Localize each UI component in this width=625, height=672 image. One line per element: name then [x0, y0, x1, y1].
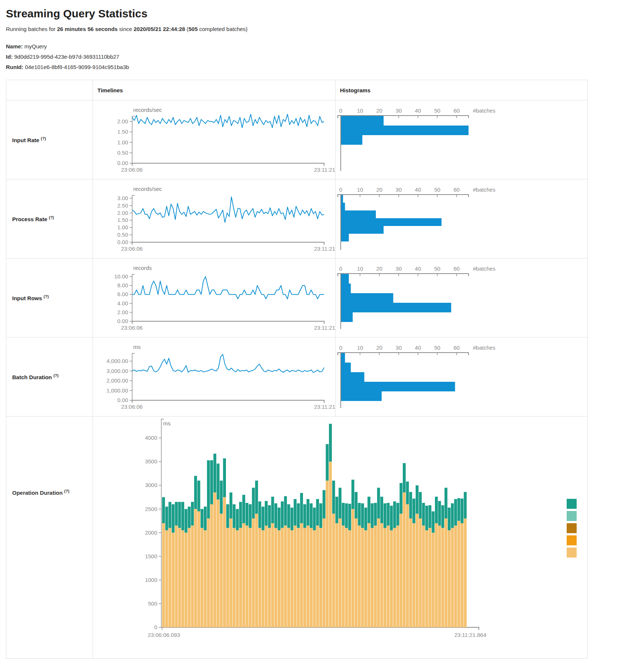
- row-label-process-rate: Process Rate (?): [6, 179, 93, 258]
- svg-text:8.00: 8.00: [117, 282, 128, 288]
- batch-duration-row: Batch Duration (?) ms0.001,000.002,000.0…: [6, 337, 588, 416]
- svg-text:#batches: #batches: [473, 265, 495, 272]
- svg-text:3500: 3500: [145, 458, 157, 464]
- start-timestamp: 2020/05/21 22:44:28: [134, 26, 185, 32]
- svg-text:23:06:06: 23:06:06: [121, 246, 142, 252]
- completed-batches-count: 505: [189, 26, 198, 32]
- svg-text:10.00: 10.00: [114, 273, 128, 280]
- query-metadata: Name: myQuery Id: 9d0dd219-995d-423e-b97…: [6, 43, 619, 70]
- process-rate-timeline-cell: records/sec0.000.501.001.502.002.503.002…: [93, 179, 336, 258]
- svg-text:records/sec: records/sec: [133, 186, 162, 192]
- operation-duration-chart-cell: ms0500100015002000250030003500400023:06:…: [93, 416, 588, 659]
- runid-label: RunId:: [6, 64, 23, 70]
- input-rate-timeline-cell: records/sec0.000.501.001.502.0023:06:062…: [93, 100, 336, 179]
- svg-text:50: 50: [434, 265, 440, 272]
- svg-text:40: 40: [415, 344, 421, 351]
- svg-text:40: 40: [415, 107, 421, 114]
- svg-text:0: 0: [154, 624, 157, 630]
- svg-text:23:06:06: 23:06:06: [121, 167, 142, 173]
- header-timelines: Timelines: [93, 80, 336, 100]
- svg-text:2000: 2000: [145, 529, 157, 536]
- operation-duration-help-icon[interactable]: (?): [64, 489, 69, 493]
- svg-text:#batches: #batches: [473, 107, 495, 114]
- svg-text:records/sec: records/sec: [133, 107, 162, 113]
- batch-duration-timeline-chart: ms0.001,000.002,000.003,000.004,000.0023…: [93, 340, 335, 414]
- svg-text:4,000.00: 4,000.00: [107, 358, 128, 364]
- svg-text:ms: ms: [163, 420, 171, 426]
- query-runid-line: RunId: 04e101e6-8bf8-4165-9099-9104c951b…: [6, 64, 619, 70]
- page-title: Streaming Query Statistics: [6, 7, 619, 20]
- svg-text:60: 60: [453, 186, 460, 193]
- process-rate-timeline-chart: records/sec0.000.501.001.502.002.503.002…: [93, 182, 335, 256]
- svg-text:10: 10: [357, 107, 363, 114]
- svg-text:2500: 2500: [145, 506, 157, 512]
- svg-text:6.00: 6.00: [117, 291, 128, 297]
- streaming-query-statistics-page: Streaming Query Statistics Running batch…: [0, 7, 625, 659]
- svg-text:30: 30: [396, 265, 402, 272]
- since-text: since: [118, 26, 134, 32]
- input-rows-help-icon[interactable]: (?): [44, 294, 49, 299]
- name-value: myQuery: [24, 43, 47, 49]
- svg-text:40: 40: [415, 186, 421, 193]
- id-label: Id:: [6, 54, 13, 60]
- batch-duration-histogram-chart: 0102030405060#batches: [336, 342, 587, 412]
- svg-text:60: 60: [453, 107, 460, 114]
- svg-text:23:11:21: 23:11:21: [314, 167, 335, 173]
- svg-text:1.00: 1.00: [117, 139, 128, 145]
- input-rate-histogram-cell: 0102030405060#batches: [336, 100, 588, 179]
- svg-text:2.50: 2.50: [117, 202, 128, 208]
- running-prefix: Running batches for: [6, 26, 57, 32]
- svg-text:#batches: #batches: [473, 186, 495, 193]
- input-rows-histogram-cell: 0102030405060#batches: [336, 258, 588, 337]
- row-label-operation-duration: Operation Duration (?): [6, 416, 93, 659]
- svg-text:0.50: 0.50: [117, 149, 128, 155]
- svg-text:#batches: #batches: [473, 344, 495, 351]
- operation-duration-row: Operation Duration (?) ms050010001500200…: [6, 416, 588, 659]
- svg-text:records: records: [133, 265, 152, 271]
- svg-text:3000: 3000: [145, 482, 157, 488]
- svg-text:3.00: 3.00: [117, 195, 128, 201]
- name-label: Name:: [6, 43, 23, 49]
- svg-text:23:06:06.093: 23:06:06.093: [148, 632, 180, 638]
- input-rate-help-icon[interactable]: (?): [41, 136, 46, 141]
- input-rows-label: Input Rows: [12, 295, 42, 301]
- svg-text:0.50: 0.50: [117, 232, 128, 238]
- row-label-batch-duration: Batch Duration (?): [6, 337, 93, 416]
- svg-text:23:06:06: 23:06:06: [121, 325, 142, 331]
- svg-text:1.50: 1.50: [117, 128, 128, 135]
- operation-duration-stacked-chart: ms0500100015002000250030003500400023:06:…: [93, 416, 587, 658]
- stats-table: Timelines Histograms Input Rate (?) reco…: [6, 80, 588, 659]
- input-rate-histogram-chart: 0102030405060#batches: [336, 104, 587, 175]
- svg-text:2.00: 2.00: [117, 209, 128, 216]
- svg-text:2.00: 2.00: [117, 118, 128, 124]
- svg-text:10: 10: [357, 344, 363, 351]
- row-label-input-rate: Input Rate (?): [6, 100, 93, 179]
- process-rate-row: Process Rate (?) records/sec0.000.501.00…: [6, 179, 588, 258]
- svg-text:40: 40: [415, 265, 421, 272]
- header-empty-cell: [6, 80, 93, 100]
- input-rate-label: Input Rate: [12, 137, 39, 143]
- svg-text:4.00: 4.00: [117, 300, 128, 306]
- input-rows-histogram-chart: 0102030405060#batches: [336, 263, 587, 333]
- batch-duration-help-icon[interactable]: (?): [54, 373, 59, 378]
- process-rate-histogram-cell: 0102030405060#batches: [336, 179, 588, 258]
- svg-text:1000: 1000: [145, 577, 157, 583]
- svg-text:2.00: 2.00: [117, 309, 128, 315]
- svg-text:0: 0: [339, 107, 342, 114]
- svg-text:30: 30: [396, 107, 402, 114]
- process-rate-help-icon[interactable]: (?): [49, 215, 54, 220]
- svg-text:20: 20: [376, 186, 382, 193]
- svg-text:23:06:06: 23:06:06: [121, 404, 142, 410]
- process-rate-histogram-chart: 0102030405060#batches: [336, 184, 587, 254]
- row-label-input-rows: Input Rows (?): [6, 258, 93, 337]
- running-summary: Running batches for 26 minutes 56 second…: [6, 26, 619, 32]
- svg-text:23:11:21: 23:11:21: [314, 246, 335, 252]
- svg-text:23:11:21.864: 23:11:21.864: [454, 632, 486, 638]
- svg-text:3,000.00: 3,000.00: [107, 367, 128, 374]
- svg-text:1,000.00: 1,000.00: [107, 387, 128, 393]
- svg-text:60: 60: [453, 265, 460, 272]
- operation-duration-label: Operation Duration: [12, 490, 63, 496]
- svg-text:60: 60: [453, 344, 460, 351]
- svg-text:50: 50: [434, 186, 440, 193]
- svg-text:0: 0: [339, 265, 342, 272]
